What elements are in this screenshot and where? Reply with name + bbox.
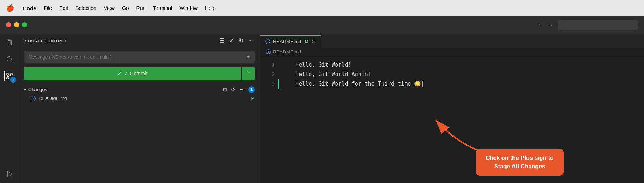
menu-selection[interactable]: Selection [75, 5, 96, 11]
tab-filename: README.md [273, 39, 301, 44]
code-area: 1 Hello, Git World! 2 Hello, Git World A… [260, 56, 644, 183]
app-name: Code [23, 5, 37, 11]
tab-modified-indicator: M [305, 40, 308, 44]
tab-bar: i README.md M ✕ [260, 34, 644, 48]
breadcrumb: i README.md [260, 48, 644, 56]
more-actions-icon[interactable]: ··· [248, 37, 254, 44]
source-control-title: SOURCE CONTROL [25, 39, 68, 43]
menu-window[interactable]: Window [179, 5, 198, 11]
menu-view[interactable]: View [104, 5, 115, 11]
commit-input-area: ✦ [19, 48, 260, 66]
window-bar: ← → [0, 16, 644, 34]
svg-point-4 [6, 73, 8, 75]
open-file-icon[interactable]: ⊡ [223, 87, 227, 92]
editor-area: i README.md M ✕ i README.md 1 Hello, Git… [260, 34, 644, 183]
code-line-3: 3 Hello, Git World for the Third time 😄 [260, 79, 644, 89]
refresh-icon[interactable]: ↻ [239, 37, 244, 44]
breadcrumb-file-icon: i [266, 49, 271, 54]
sidebar-item-source-control[interactable]: 1 [4, 71, 15, 81]
line-number-2: 2 [264, 71, 275, 77]
svg-rect-0 [7, 39, 10, 44]
line-content-1: Hello, Git World! [282, 61, 352, 68]
back-arrow-icon[interactable]: ← [537, 21, 544, 29]
forward-arrow-icon[interactable]: → [547, 21, 553, 29]
source-control-panel: SOURCE CONTROL ☰ ✓ ↻ ··· ✦ ✓ ✓ Commit ˅ [19, 34, 260, 183]
commit-button[interactable]: ✓ ✓ Commit [24, 67, 241, 80]
menu-terminal[interactable]: Terminal [153, 5, 172, 11]
line-content-3: Hello, Git World for the Third time 😄 [282, 81, 421, 87]
sidebar-item-debug[interactable] [4, 169, 15, 179]
chevron-down-icon: ˅ [247, 71, 250, 76]
tab-file-icon: i [265, 39, 270, 44]
header-actions: ☰ ✓ ↻ ··· [219, 37, 254, 44]
sidebar-header: SOURCE CONTROL ☰ ✓ ↻ ··· [19, 34, 260, 48]
svg-point-6 [6, 77, 8, 79]
main-layout: 1 SOURCE CONTROL ☰ ✓ ↻ ··· ✦ [0, 34, 644, 183]
chevron-icon: ▾ [24, 87, 26, 92]
traffic-lights [6, 22, 27, 27]
sidebar-item-explorer[interactable] [4, 37, 15, 48]
file-item-readme[interactable]: i README.md M [19, 94, 260, 102]
apple-logo-icon: 🍎 [6, 4, 14, 12]
svg-point-5 [10, 73, 12, 75]
code-line-2: 2 Hello, Git World Again! [260, 70, 644, 79]
commit-input-wrapper: ✦ [24, 51, 255, 63]
close-button[interactable] [6, 22, 11, 27]
sparkle-icon: ✦ [246, 54, 250, 60]
maximize-button[interactable] [22, 22, 27, 27]
line-content-2: Hello, Git World Again! [282, 71, 371, 78]
nav-arrows: ← → [537, 21, 553, 29]
tab-readme[interactable]: i README.md M ✕ [260, 35, 321, 48]
code-line-1: 1 Hello, Git World! [260, 60, 644, 70]
menu-edit[interactable]: Edit [59, 5, 68, 11]
minimize-button[interactable] [14, 22, 19, 27]
activity-bar: 1 [0, 34, 19, 183]
tab-close-button[interactable]: ✕ [312, 39, 316, 45]
checkmark-icon[interactable]: ✓ [229, 37, 234, 44]
svg-marker-11 [7, 172, 12, 177]
search-input[interactable] [558, 20, 638, 30]
changes-count-badge: 1 [248, 86, 255, 93]
file-status-label: M [251, 96, 255, 101]
text-cursor [422, 81, 423, 87]
source-control-badge: 1 [10, 77, 16, 83]
changes-actions: ⊡ ↺ ＋ 1 [223, 86, 255, 93]
changes-header[interactable]: ▾ Changes ⊡ ↺ ＋ 1 [19, 85, 260, 94]
line-number-3: 3 [264, 81, 275, 87]
list-view-icon[interactable]: ☰ [219, 37, 225, 44]
breadcrumb-filename: README.md [273, 49, 301, 55]
changes-section: ▾ Changes ⊡ ↺ ＋ 1 i README.md M [19, 83, 260, 104]
changes-label: Changes [28, 87, 47, 92]
file-name-label: README.md [39, 96, 248, 101]
svg-line-3 [11, 61, 12, 63]
file-info-icon: i [31, 96, 36, 101]
stage-all-icon[interactable]: ＋ [239, 86, 245, 93]
sidebar-item-search[interactable] [4, 54, 15, 64]
svg-point-2 [7, 57, 11, 61]
svg-line-10 [8, 75, 10, 77]
menu-bar: 🍎 Code File Edit Selection View Go Run T… [0, 0, 644, 16]
svg-rect-1 [8, 41, 11, 45]
commit-label: ✓ Commit [124, 71, 147, 76]
menu-go[interactable]: Go [122, 5, 129, 11]
menu-file[interactable]: File [44, 5, 52, 11]
commit-button-row: ✓ ✓ Commit ˅ [19, 66, 260, 83]
commit-message-input[interactable] [29, 54, 243, 60]
line-added-indicator [278, 79, 279, 89]
menu-run[interactable]: Run [136, 5, 146, 11]
commit-dropdown-button[interactable]: ˅ [242, 67, 255, 80]
commit-checkmark-icon: ✓ [117, 71, 122, 76]
line-number-1: 1 [264, 62, 275, 68]
menu-help[interactable]: Help [205, 5, 216, 11]
discard-changes-icon[interactable]: ↺ [231, 86, 235, 93]
